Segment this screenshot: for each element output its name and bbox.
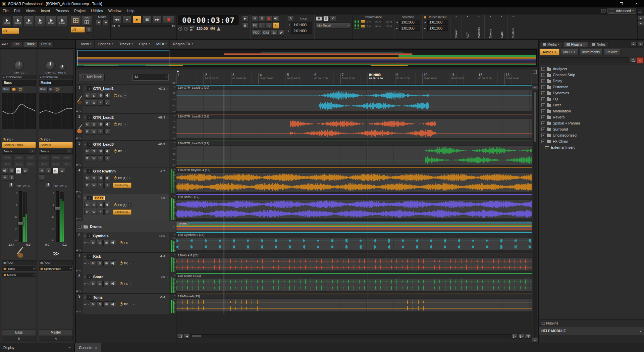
output-dropdown[interactable]: Master▾ (2, 272, 36, 278)
fx-slot[interactable]: Sonitus Equali... (2, 142, 36, 148)
track-folder-row[interactable]: −Drums↕ (76, 221, 176, 232)
mute-button[interactable]: M (84, 93, 90, 99)
menu-item-file[interactable]: File (0, 7, 11, 14)
side-tab-events[interactable]: ▾Events (484, 14, 496, 39)
arm-record-button[interactable] (103, 281, 109, 287)
browser-subtab-audio-fx[interactable]: Audio FX (540, 49, 559, 55)
automation-assign-button[interactable]: A (104, 100, 110, 106)
collapse-panel-icon[interactable]: ◀◀ (1, 43, 5, 46)
audio-clip[interactable]: 120-GTR_Lead2-2 (21) (176, 114, 532, 141)
fx-rack-label[interactable]: FX (1) (118, 177, 126, 180)
automation-assign-button[interactable]: A (104, 155, 110, 161)
post-button[interactable]: Post (39, 86, 48, 92)
fx-slot[interactable]: Sonitus Eq... (113, 209, 131, 215)
strip-button-↔[interactable]: ↔ (39, 174, 45, 181)
clips-pane[interactable]: 120-GTR_Lead1-1 (20)120-GTR_Lead2-2 (21)… (176, 85, 532, 343)
ruler-measure[interactable]: 8:1:00000:00:14:00 (368, 73, 395, 85)
screenset-icon[interactable] (601, 9, 605, 12)
vscroll-zoom-in-button[interactable]: + (532, 85, 538, 90)
close-button[interactable]: × (629, 0, 644, 7)
sync-off-icon[interactable] (184, 27, 188, 31)
menu-item-views[interactable]: Views (23, 7, 38, 14)
help-module-header[interactable]: HELP MODULE▴ (539, 327, 644, 335)
audio-engine-button[interactable] (273, 15, 279, 21)
marker-flag-button[interactable]: ⚑ (103, 20, 109, 26)
collapse-down-button[interactable]: ▾ (638, 21, 644, 26)
add-send-button[interactable]: + (30, 149, 35, 153)
inspector-tab-clip[interactable]: Clip (11, 41, 22, 47)
strip-button-R[interactable]: R (15, 168, 21, 174)
mute-button[interactable]: M (90, 240, 96, 246)
automation-read-button[interactable]: R (84, 182, 90, 188)
input-echo-button[interactable] (110, 240, 116, 246)
drag-handle-icon[interactable]: ≡ (84, 235, 86, 238)
strip-power-button[interactable] (17, 86, 23, 92)
rec-mini-button[interactable] (242, 22, 248, 29)
rewind-button[interactable]: ◀◀ (112, 15, 121, 23)
drag-handle-icon[interactable]: ≡ (84, 116, 86, 119)
drag-handle-icon[interactable]: ≡ (84, 255, 86, 258)
inspector-tab-track[interactable]: Track (23, 41, 38, 47)
expand-icon[interactable]: + (541, 103, 545, 107)
playhead[interactable] (224, 85, 224, 314)
strip-button-R[interactable]: R (52, 168, 58, 174)
tool-draw-button[interactable]: Draw (46, 15, 56, 27)
add-fx-button[interactable]: + (129, 282, 133, 286)
zoom-grid-button[interactable] (525, 334, 531, 339)
browser-subtab-rewire[interactable]: ReWire (603, 49, 621, 55)
zoom-out-button[interactable]: − (512, 334, 518, 339)
solo-button[interactable]: S (97, 281, 103, 287)
automation-write-button[interactable]: W (91, 182, 97, 188)
vertical-zoom-in-button[interactable]: + (533, 70, 537, 74)
audio-clip[interactable]: 120-Kick-7 (23) (176, 253, 532, 273)
volume-spinner[interactable]: ↕ (166, 197, 168, 200)
solo-button[interactable]: S (91, 148, 97, 154)
strip-button-S[interactable]: S (9, 174, 15, 181)
solo-button[interactable]: S (91, 175, 97, 181)
menu-item-edit[interactable]: Edit (11, 7, 23, 14)
mute-button[interactable]: M (90, 260, 96, 266)
expand-icon[interactable]: + (541, 67, 545, 71)
track-row-1[interactable]: 1⇄∿≡♪GTR_Lead1-67.2↕MSFX+RW*A-6-18-30-42… (76, 85, 176, 114)
display-dropdown[interactable]: Display▾ (0, 343, 75, 352)
folder-size-spinner[interactable]: ↕ (173, 225, 174, 228)
view-menu-region-fx[interactable]: Region FX▾ (170, 40, 196, 48)
input-echo-icon[interactable]: ⇄ (76, 249, 78, 252)
track-row-9[interactable]: 9⇄∿≡♪Toms-5.4↕⇄∿MSFX...+-6-18-30-42-54 (76, 294, 176, 314)
tree-item-modulation[interactable]: +Modulation (539, 108, 643, 114)
fader-handle[interactable] (54, 207, 60, 210)
tree-item-fx-chain[interactable]: +FX Chain (539, 138, 643, 144)
input-dropdown[interactable]: -None-▾ (2, 266, 36, 271)
input-echo-icon[interactable]: ⇄ (84, 303, 87, 306)
track-name[interactable]: Kick (93, 254, 159, 258)
console-tab[interactable]: Console× (75, 343, 101, 352)
browser-tab-plugins[interactable]: Plugins▾ (563, 41, 588, 47)
waveform-icon[interactable]: ∿ (79, 110, 82, 113)
input-echo-icon[interactable]: ⇄ (76, 217, 78, 220)
tempo-display[interactable]: 120.00 (197, 27, 208, 31)
input-echo-icon[interactable]: ⇄ (84, 282, 87, 285)
view-menu-view[interactable]: View▾ (78, 40, 95, 48)
vertical-scrollbar[interactable]: + − (532, 85, 538, 343)
volume-spinner[interactable]: ↕ (166, 235, 168, 238)
prochannel-header[interactable]: ▸ProChannel (39, 75, 73, 79)
ruler-measure[interactable]: 900:00:16:00 (395, 73, 422, 85)
input-echo-icon[interactable]: ⇄ (76, 137, 78, 140)
waveform-icon[interactable]: ∿ (87, 262, 90, 265)
expand-icon[interactable]: + (541, 128, 545, 131)
snap-grid-button[interactable] (71, 15, 81, 26)
timeline-ruler[interactable]: ▶ 1200:00:02:00300:00:04:00400:00:06:005… (176, 69, 538, 85)
mute-button[interactable]: M (90, 301, 96, 307)
audio-clip[interactable]: 120-GTR_Lead3-3 (22) (176, 141, 532, 167)
expand-icon[interactable]: + (541, 79, 545, 83)
menu-item-window[interactable]: Window (106, 7, 124, 14)
send-level-knob-icon[interactable] (12, 87, 16, 92)
global-record-button[interactable] (266, 15, 272, 21)
audio-clip[interactable]: 120-Bass-5 (17) (176, 194, 532, 221)
snap-to-button[interactable]: TO (82, 15, 92, 26)
solo-button[interactable]: S (97, 260, 103, 266)
track-name[interactable]: GTR Rhythm (93, 169, 159, 173)
global-fx-button[interactable]: FX (252, 22, 258, 29)
prochannel-header[interactable]: ▸ProChannel (2, 75, 36, 79)
scroll-left-button[interactable]: ◀ (184, 334, 190, 339)
